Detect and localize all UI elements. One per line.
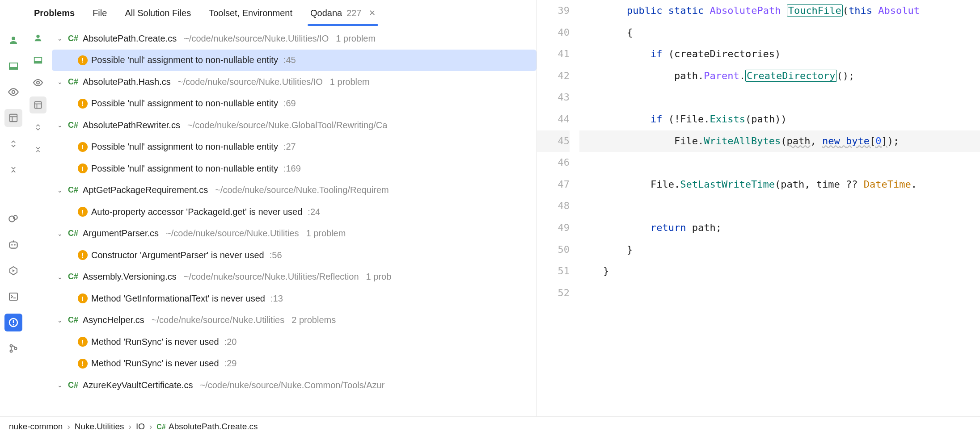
code-line[interactable] (579, 195, 980, 217)
issue-location: :20 (224, 337, 237, 347)
tab-toolset-environment[interactable]: Toolset, Environment (209, 0, 292, 26)
svg-point-10 (11, 244, 13, 245)
code-line[interactable]: public static AbsolutePath TouchFile(thi… (579, 0, 980, 22)
problems-tree[interactable]: ⌄C#AbsolutePath.Create.cs~/code/nuke/sou… (52, 26, 536, 396)
file-name: AbsolutePath.Create.cs (83, 34, 177, 44)
file-row[interactable]: ⌄C#AbsolutePath.Hash.cs~/code/nuke/sourc… (52, 71, 536, 93)
chevron-down-icon[interactable]: ⌄ (55, 122, 64, 129)
gutter-line: 41 (537, 43, 570, 65)
ai-assistant-icon[interactable] (4, 236, 22, 254)
issue-row[interactable]: !Constructor 'ArgumentParser' is never u… (52, 244, 536, 266)
issue-row[interactable]: !Auto-property accessor 'PackageId.get' … (52, 201, 536, 223)
user-icon[interactable] (4, 31, 22, 49)
editor[interactable]: 3940414243444546474849505152 public stat… (536, 0, 980, 416)
problem-count: 1 problem (336, 34, 376, 44)
tab-problems[interactable]: Problems (34, 0, 75, 26)
preview-icon[interactable] (30, 74, 46, 91)
breadcrumb[interactable]: nuke-common › Nuke.Utilities › IO › C# A… (0, 416, 980, 436)
collapse-all-icon[interactable] (30, 141, 46, 158)
issue-text: Method 'GetInformationalText' is never u… (91, 293, 265, 304)
tab-all-solution-files[interactable]: All Solution Files (125, 0, 191, 26)
breadcrumb-item[interactable]: Nuke.Utilities (75, 422, 124, 432)
gutter-line: 51 (537, 260, 570, 282)
file-row[interactable]: ⌄C#AptGetPackageRequirement.cs~/code/nuk… (52, 180, 536, 201)
svg-point-11 (14, 244, 16, 245)
file-row[interactable]: ⌄C#ArgumentParser.cs~/code/nuke/source/N… (52, 223, 536, 245)
breadcrumb-item[interactable]: nuke-common (9, 422, 63, 432)
code-line[interactable]: } (579, 260, 980, 282)
issue-location: :27 (283, 142, 296, 152)
csharp-badge: C# (68, 381, 78, 390)
file-row[interactable]: ⌄C#AbsolutePathRewriter.cs~/code/nuke/so… (52, 114, 536, 136)
gutter-line: 46 (537, 152, 570, 174)
file-row[interactable]: ⌄C#AzureKeyVaultCertificate.cs~/code/nuk… (52, 374, 536, 396)
file-row[interactable]: ⌄C#AbsolutePath.Create.cs~/code/nuke/sou… (52, 28, 536, 50)
terminal-icon[interactable] (4, 288, 22, 306)
tab-file[interactable]: File (93, 0, 107, 26)
file-row[interactable]: ⌄C#AsyncHelper.cs~/code/nuke/source/Nuke… (52, 310, 536, 331)
file-name: AbsolutePathRewriter.cs (83, 120, 180, 130)
problems-panel: Problems File All Solution Files Toolset… (27, 0, 536, 416)
warning-icon: ! (78, 359, 88, 369)
code-line[interactable]: File.SetLastWriteTime(path, time ?? Date… (579, 174, 980, 196)
tool-window-rail (0, 0, 27, 416)
eye-icon[interactable] (4, 83, 22, 101)
chevron-down-icon[interactable]: ⌄ (55, 317, 64, 324)
breadcrumb-item[interactable]: IO (136, 422, 145, 432)
code-line[interactable]: path.Parent.CreateDirectory(); (579, 65, 980, 87)
issue-row[interactable]: !Possible 'null' assignment to non-nulla… (52, 158, 536, 180)
csharp-badge: C# (68, 185, 78, 195)
code-line[interactable] (579, 282, 980, 304)
chevron-down-icon[interactable]: ⌄ (55, 230, 64, 237)
project-view-icon[interactable] (4, 57, 22, 75)
group-by-icon[interactable] (30, 96, 46, 113)
issue-row[interactable]: !Method 'GetInformationalText' is never … (52, 288, 536, 310)
chevron-down-icon[interactable]: ⌄ (55, 382, 64, 389)
breadcrumb-current[interactable]: C# AbsolutePath.Create.cs (156, 422, 258, 432)
code-line[interactable]: return path; (579, 217, 980, 239)
file-path: ~/code/nuke/source/Nuke.Utilities/Reflec… (184, 272, 359, 282)
problem-count: 1 problem (306, 228, 346, 239)
file-path: ~/code/nuke/source/Nuke.Common/Tools/Azu… (200, 380, 384, 390)
code-line[interactable]: if (createDirectories) (579, 43, 980, 65)
services-icon[interactable] (4, 210, 22, 228)
svg-rect-22 (34, 61, 42, 63)
vcs-icon[interactable] (4, 340, 22, 357)
issue-row[interactable]: !Possible 'null' assignment to non-nulla… (52, 93, 536, 115)
chevron-down-icon[interactable]: ⌄ (55, 273, 64, 281)
warning-icon: ! (78, 250, 88, 260)
code-line[interactable]: } (579, 239, 980, 261)
build-icon[interactable] (4, 262, 22, 280)
file-row[interactable]: ⌄C#Assembly.Versioning.cs~/code/nuke/sou… (52, 266, 536, 288)
collapse-icon[interactable] (4, 161, 22, 179)
tab-qodana[interactable]: Qodana 227 ✕ (310, 0, 376, 26)
structure-icon[interactable] (4, 109, 22, 127)
svg-point-16 (13, 324, 14, 326)
csharp-badge: C# (68, 34, 78, 43)
user-filter-icon[interactable] (30, 29, 46, 46)
issue-row[interactable]: !Method 'RunSync' is never used:20 (52, 331, 536, 353)
csharp-badge: C# (68, 121, 78, 130)
chevron-down-icon[interactable]: ⌄ (55, 78, 64, 85)
chevron-down-icon[interactable]: ⌄ (55, 35, 64, 42)
code-line[interactable]: File.WriteAllBytes(path, new byte[0]); (579, 130, 980, 152)
code-line[interactable]: if (!File.Exists(path)) (579, 109, 980, 130)
chevron-down-icon[interactable]: ⌄ (55, 187, 64, 194)
code-line[interactable]: { (579, 22, 980, 44)
svg-point-20 (36, 35, 39, 38)
layout-icon[interactable] (30, 52, 46, 69)
close-icon[interactable]: ✕ (369, 8, 376, 18)
svg-point-23 (37, 81, 39, 84)
code-line[interactable] (579, 152, 980, 174)
warning-icon: ! (78, 207, 88, 217)
issue-row[interactable]: !Method 'RunSync' is never used:29 (52, 353, 536, 375)
gutter-line: 40 (537, 22, 570, 44)
problems-tool-icon[interactable] (4, 314, 22, 331)
expand-collapse-icon[interactable] (4, 135, 22, 153)
editor-code[interactable]: public static AbsolutePath TouchFile(thi… (579, 0, 980, 416)
warning-icon: ! (78, 164, 88, 173)
code-line[interactable] (579, 87, 980, 109)
issue-row[interactable]: !Possible 'null' assignment to non-nulla… (52, 50, 536, 71)
issue-row[interactable]: !Possible 'null' assignment to non-nulla… (52, 136, 536, 158)
expand-all-icon[interactable] (30, 119, 46, 136)
